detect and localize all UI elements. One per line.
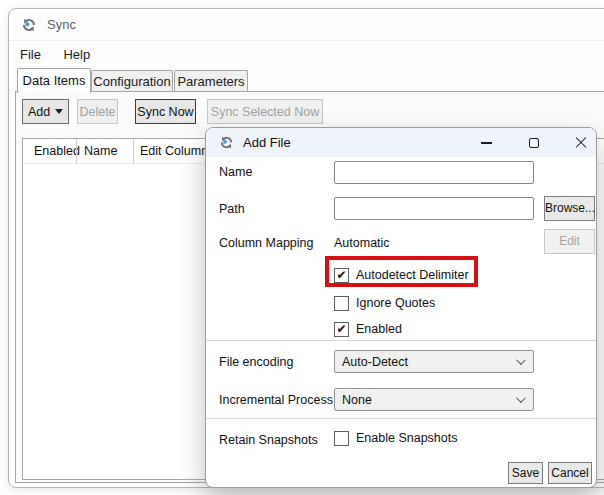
path-label: Path	[219, 202, 245, 216]
menu-file[interactable]: File	[11, 42, 50, 68]
file-encoding-label: File encoding	[219, 355, 293, 369]
minimize-button[interactable]	[475, 132, 497, 154]
column-mapping-value: Automatic	[334, 236, 390, 250]
file-encoding-select[interactable]: Auto-Detect	[334, 350, 534, 373]
column-divider	[76, 139, 77, 164]
autodetect-delimiter-label: Autodetect Delimiter	[356, 268, 469, 282]
sync-now-button[interactable]: Sync Now	[135, 99, 196, 124]
divider	[206, 340, 596, 341]
divider	[206, 418, 596, 419]
name-input[interactable]	[334, 161, 534, 184]
enable-snapshots-checkbox[interactable]	[334, 431, 349, 446]
name-label: Name	[219, 165, 252, 179]
enabled-row[interactable]: Enabled	[334, 321, 402, 337]
enabled-label: Enabled	[356, 322, 402, 336]
enabled-checkbox[interactable]	[334, 322, 349, 337]
close-button[interactable]	[570, 132, 592, 154]
edit-button[interactable]: Edit	[544, 229, 595, 254]
incremental-process-select[interactable]: None	[334, 388, 534, 411]
add-button-label: Add	[28, 105, 50, 119]
incremental-process-value: None	[335, 393, 516, 407]
maximize-button[interactable]	[523, 132, 545, 154]
column-header-name[interactable]: Name	[84, 139, 117, 164]
file-encoding-value: Auto-Detect	[335, 355, 516, 369]
sync-selected-now-button[interactable]: Sync Selected Now	[207, 99, 323, 124]
column-mapping-label: Column Mapping	[219, 236, 314, 250]
delete-button[interactable]: Delete	[77, 99, 118, 124]
cancel-button[interactable]: Cancel	[548, 462, 592, 484]
ignore-quotes-label: Ignore Quotes	[356, 296, 435, 310]
dialog-titlebar: Add File	[206, 128, 596, 157]
add-button[interactable]: Add	[22, 99, 69, 124]
path-input[interactable]	[334, 197, 534, 220]
minimize-icon	[481, 142, 492, 143]
ignore-quotes-row[interactable]: Ignore Quotes	[334, 295, 435, 311]
enable-snapshots-label: Enable Snapshots	[356, 431, 457, 445]
window-titlebar: Sync	[9, 9, 604, 41]
chevron-down-icon	[55, 109, 63, 114]
window-title: Sync	[47, 9, 76, 41]
column-divider	[133, 139, 134, 164]
sync-app-icon	[219, 135, 234, 150]
column-header-edit-columns[interactable]: Edit Columns	[140, 139, 214, 164]
retain-snapshots-label: Retain Snapshots	[219, 433, 318, 447]
add-file-dialog: Add File Name Path Browse... Column Mapp…	[205, 127, 597, 488]
tab-parameters[interactable]: Parameters	[174, 70, 248, 91]
sync-app-icon	[21, 17, 37, 33]
browse-button[interactable]: Browse...	[544, 196, 595, 221]
menu-help[interactable]: Help	[54, 42, 99, 68]
close-icon	[575, 137, 587, 149]
chevron-down-icon	[516, 393, 526, 403]
tab-configuration[interactable]: Configuration	[91, 70, 173, 91]
column-header-enabled[interactable]: Enabled	[34, 139, 80, 164]
ignore-quotes-checkbox[interactable]	[334, 296, 349, 311]
tab-data-items[interactable]: Data Items	[17, 68, 91, 93]
incremental-process-label: Incremental Process	[219, 393, 333, 407]
save-button[interactable]: Save	[508, 462, 543, 484]
enable-snapshots-row[interactable]: Enable Snapshots	[334, 430, 457, 446]
maximize-icon	[529, 138, 539, 148]
autodetect-delimiter-checkbox[interactable]	[334, 268, 349, 283]
chevron-down-icon	[516, 355, 526, 365]
autodetect-delimiter-row[interactable]: Autodetect Delimiter	[334, 267, 469, 283]
dialog-title: Add File	[243, 128, 291, 157]
menubar: File Help	[9, 42, 604, 68]
